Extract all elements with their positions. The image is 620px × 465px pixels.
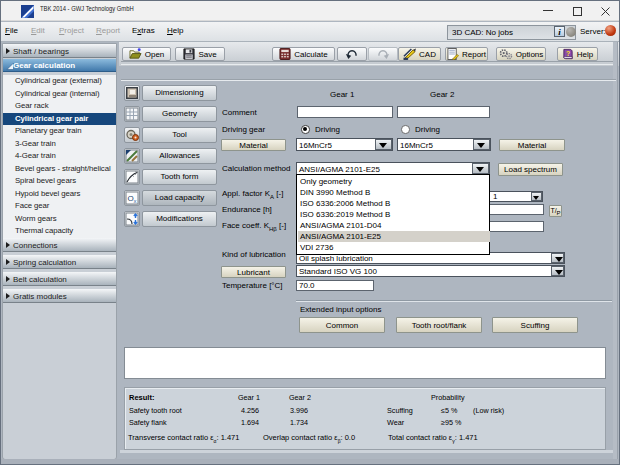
svg-text:x: x [134,198,137,204]
svg-text:?: ? [566,50,570,57]
